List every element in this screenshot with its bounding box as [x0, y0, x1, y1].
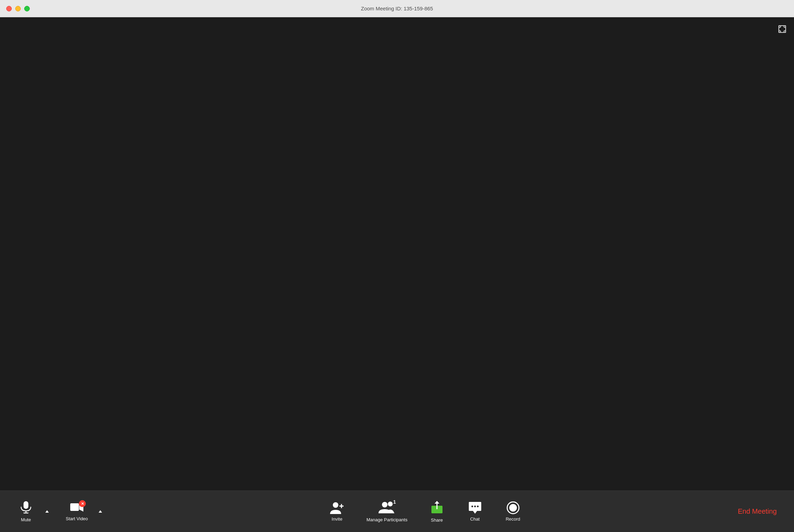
video-options-button[interactable] [95, 507, 105, 515]
share-label: Share [431, 517, 443, 523]
invite-icon [330, 501, 344, 514]
chat-icon [468, 501, 482, 514]
record-label: Record [506, 516, 520, 522]
toolbar-center: Invite 1 Manage Participants [119, 497, 731, 525]
microphone-icon [20, 501, 32, 514]
fullscreen-button[interactable] [777, 24, 788, 35]
mute-icon-wrapper [20, 501, 32, 515]
svg-rect-9 [24, 501, 28, 509]
svg-rect-12 [70, 503, 79, 511]
mute-icon-area [20, 501, 32, 515]
mute-chevron-icon [45, 510, 49, 513]
toolbar: Mute ✕ Start Video [0, 490, 794, 532]
participant-count-badge: 1 [393, 499, 396, 505]
record-button[interactable]: Record [498, 498, 529, 524]
record-icon [506, 501, 520, 514]
toolbar-left: Mute ✕ Start Video [10, 498, 119, 525]
svg-point-18 [388, 502, 393, 506]
invite-button[interactable]: Invite [321, 498, 353, 524]
svg-point-14 [333, 502, 338, 508]
video-disabled-badge: ✕ [79, 500, 86, 507]
share-icon-area [430, 500, 444, 515]
end-meeting-button[interactable]: End Meeting [731, 505, 784, 518]
close-button[interactable] [6, 6, 12, 11]
fullscreen-icon [778, 25, 786, 33]
mute-label: Mute [21, 517, 31, 522]
participants-icon-area: 1 [378, 501, 396, 515]
svg-rect-0 [779, 26, 786, 33]
invite-label: Invite [332, 516, 343, 522]
start-video-label: Start Video [66, 516, 88, 521]
svg-point-17 [382, 502, 387, 507]
video-area [0, 17, 794, 490]
svg-point-26 [509, 504, 517, 512]
record-icon-area [506, 501, 520, 514]
end-meeting-label: End Meeting [738, 507, 777, 515]
mute-options-button[interactable] [42, 507, 52, 515]
chat-label: Chat [470, 516, 480, 522]
video-icon-wrapper: ✕ [70, 502, 84, 514]
share-icon [430, 500, 444, 514]
video-icon-area: ✕ [70, 502, 84, 514]
svg-point-24 [477, 506, 478, 507]
invite-icon-area [330, 501, 344, 514]
manage-participants-label: Manage Participants [366, 517, 408, 522]
traffic-lights [6, 6, 30, 11]
share-button[interactable]: Share [421, 497, 453, 525]
window-title: Zoom Meeting ID: 135-159-865 [361, 6, 433, 11]
toolbar-right: End Meeting [731, 505, 784, 518]
svg-point-23 [474, 506, 476, 507]
video-chevron-icon [99, 510, 102, 513]
manage-participants-button[interactable]: 1 Manage Participants [359, 498, 414, 525]
title-bar: Zoom Meeting ID: 135-159-865 [0, 0, 794, 17]
mute-button[interactable]: Mute [10, 498, 42, 525]
maximize-button[interactable] [24, 6, 30, 11]
svg-marker-21 [435, 501, 439, 504]
chat-icon-area [468, 501, 482, 514]
start-video-button[interactable]: ✕ Start Video [59, 499, 95, 524]
minimize-button[interactable] [15, 6, 21, 11]
svg-point-22 [471, 506, 473, 507]
chat-button[interactable]: Chat [459, 498, 491, 524]
